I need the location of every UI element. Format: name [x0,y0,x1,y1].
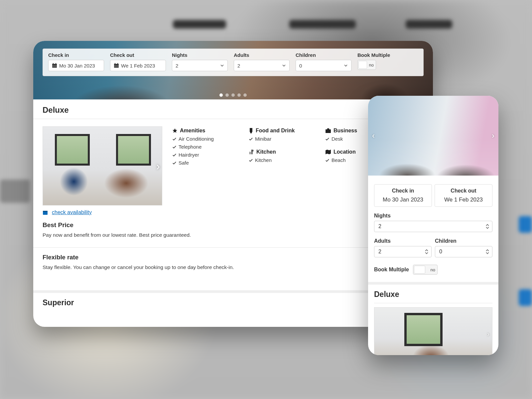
bg-smudge [289,20,356,29]
glass-icon [249,128,253,133]
star-icon [172,128,178,133]
hero-image: Check in Mo 30 Jan 2023 Check out We 1 F… [33,41,433,99]
chevron-down-icon [344,64,348,67]
amenity-item: Safe [179,159,189,167]
children-label: Children [296,52,351,58]
carousel-next-icon[interactable]: › [487,330,489,338]
svg-rect-10 [250,132,252,133]
checkin-value: Mo 30 Jan 2023 [59,63,95,68]
amenity-item: Kitchen [255,156,272,164]
rate-desc: Stay flexible. You can change or cancel … [43,264,424,270]
amenity-item: Desk [332,135,343,143]
nights-select[interactable]: 2 [172,60,228,71]
calendar-icon [43,210,48,215]
mobile-children-value: 0 [439,249,442,255]
svg-rect-2 [53,63,54,65]
bg-smudge [519,216,532,233]
amenities-heading: Amenities [180,128,205,134]
map-icon [325,149,331,155]
children-select[interactable]: 0 [296,60,351,71]
mobile-children-label: Children [435,238,492,244]
search-bar: Check in Mo 30 Jan 2023 Check out We 1 F… [43,49,424,76]
food-heading: Food and Drink [256,128,295,134]
chevron-down-icon [282,64,286,67]
mobile-book-multiple-value: no [430,267,435,272]
location-heading: Location [333,149,356,155]
check-icon [172,145,177,149]
stepper-icon [485,249,489,255]
toggle-knob [358,61,367,69]
mobile-checkin-label: Check in [376,188,430,194]
svg-rect-12 [327,128,329,130]
check-icon [172,137,177,141]
children-value: 0 [299,63,302,68]
toggle-knob [414,266,425,274]
svg-rect-7 [117,63,118,65]
checkout-label: Check out [110,52,166,58]
book-multiple-toggle[interactable]: no [357,60,376,70]
carousel-dots[interactable] [219,93,247,97]
room-title: Superior [43,298,424,307]
mobile-children-select[interactable]: 0 [435,246,492,257]
carousel-next-icon[interactable]: › [156,160,160,173]
check-icon [249,137,253,141]
amenity-item: Hairdryer [179,151,199,159]
amenity-item: Beach [332,156,346,164]
svg-rect-3 [56,63,56,65]
calendar-icon [114,63,119,68]
chevron-down-icon [220,64,224,67]
calendar-icon [52,63,57,68]
rate-desc: Pay now and benefit from our lowest rate… [43,232,424,238]
check-icon [249,158,253,163]
svg-rect-6 [115,63,115,65]
check-availability-link[interactable]: check availability [52,209,92,215]
nights-value: 2 [176,63,178,68]
check-icon [325,158,330,163]
bg-smudge [519,289,532,306]
mobile-hero[interactable]: ‹ › [368,96,498,176]
amenity-item: Minibar [255,135,271,143]
carousel-prev-icon[interactable]: ‹ [372,131,375,140]
mobile-checkout[interactable]: Check out We 1 Feb 2023 [435,184,492,207]
mobile-room-title: Deluxe [374,285,492,303]
rate-title: Best Price [43,221,424,229]
check-icon [172,161,177,165]
mobile-nights-value: 2 [378,223,381,229]
mobile-book-multiple-toggle[interactable]: no [413,265,438,275]
divider [368,282,498,285]
bg-smudge [173,20,226,29]
utensils-icon [249,149,254,155]
mobile-nights-select[interactable]: 2 [374,221,492,232]
svg-rect-9 [43,211,48,212]
amenity-item: Air Conditioning [179,135,214,143]
adults-value: 2 [237,63,240,68]
checkout-value: We 1 Feb 2023 [121,63,155,68]
mobile-window: ‹ › Check in Mo 30 Jan 2023 Check out We… [368,96,498,355]
stepper-icon [485,223,489,229]
mobile-room-image[interactable]: › [374,307,492,355]
check-icon [172,153,177,157]
mobile-adults-select[interactable]: 2 [374,246,432,257]
checkin-label: Check in [48,52,104,58]
room-image[interactable]: › [43,126,162,205]
mobile-checkout-value: We 1 Feb 2023 [437,197,490,203]
briefcase-icon [325,128,331,133]
nights-label: Nights [172,52,228,58]
bg-smudge [0,180,30,203]
adults-select[interactable]: 2 [234,60,290,71]
mobile-checkin-value: Mo 30 Jan 2023 [376,197,430,203]
bg-smudge [406,20,452,29]
carousel-next-icon[interactable]: › [492,131,494,140]
book-multiple-label: Book Multiple [357,52,390,58]
rate-title: Flexible rate [43,254,424,261]
checkout-input[interactable]: We 1 Feb 2023 [110,60,166,71]
adults-label: Adults [234,52,290,58]
kitchen-heading: Kitchen [256,149,276,155]
mobile-adults-value: 2 [378,249,381,255]
mobile-checkin[interactable]: Check in Mo 30 Jan 2023 [374,184,432,207]
stepper-icon [425,249,429,255]
business-heading: Business [333,128,357,134]
svg-rect-11 [326,129,331,133]
mobile-checkout-label: Check out [437,188,490,194]
checkin-input[interactable]: Mo 30 Jan 2023 [48,60,104,71]
